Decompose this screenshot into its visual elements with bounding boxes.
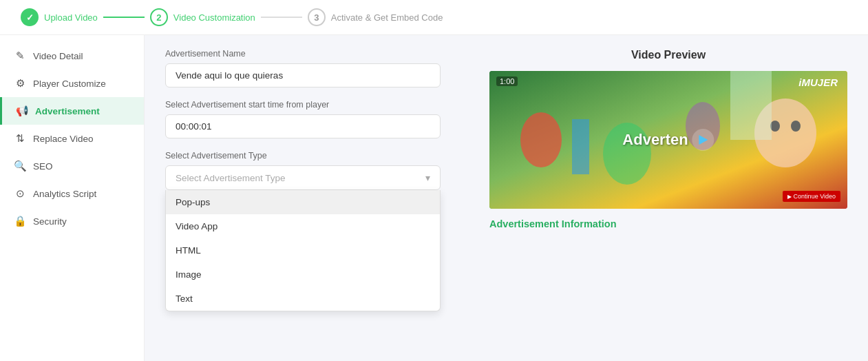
ad-type-group: Select Advertisement Type Select Adverti… [165, 151, 448, 190]
svg-rect-8 [730, 71, 772, 140]
ad-overlay-text: Adverten [622, 131, 688, 149]
sidebar-label-analytics-script: Analytics Script [33, 189, 96, 199]
step-video-customization: 2 Video Customization [150, 8, 255, 26]
svg-point-7 [791, 121, 801, 132]
dropdown-option-pop-ups[interactable]: Pop-ups [166, 190, 440, 214]
ad-name-label: Advertisement Name [165, 49, 448, 59]
sidebar: ✎ Video Detail ⚙ Player Customize 📢 Adve… [0, 35, 145, 361]
step-upload-video: ✓ Upload Video [21, 8, 98, 26]
sidebar-item-replace-video[interactable]: ⇅ Replace Video [0, 125, 144, 152]
sidebar-item-analytics-script[interactable]: ⊙ Analytics Script [0, 180, 144, 207]
dropdown-option-text[interactable]: Text [166, 287, 440, 311]
step-1-label: Upload Video [44, 12, 98, 23]
ad-type-label: Select Advertisement Type [165, 151, 448, 161]
youtube-badge: ▶ Continue Video [783, 191, 840, 202]
yt-play-icon: ▶ [787, 194, 792, 200]
ad-start-input[interactable] [165, 114, 441, 138]
sidebar-label-seo: SEO [33, 161, 53, 172]
step-2-label: Video Customization [173, 12, 255, 23]
video-logo: iMUJER [798, 76, 838, 88]
video-app-label: Video App [176, 221, 218, 231]
sidebar-item-player-customize[interactable]: ⚙ Player Customize [0, 70, 144, 97]
video-preview: 1:00 iMUJER Adverten ▶ Continue Video [489, 71, 847, 209]
ad-name-group: Advertisement Name [165, 49, 448, 87]
analytics-icon: ⊙ [14, 187, 26, 200]
sidebar-label-player-customize: Player Customize [33, 79, 106, 89]
ad-start-label: Select Advertisement start time from pla… [165, 100, 448, 110]
image-label: Image [176, 269, 202, 280]
video-timestamp: 1:00 [496, 76, 518, 86]
step-3-label: Activate & Get Embed Code [331, 12, 443, 23]
video-preview-title: Video Preview [489, 49, 847, 61]
sidebar-item-seo[interactable]: 🔍 SEO [0, 152, 144, 180]
right-panel: Video Preview [469, 35, 868, 361]
dropdown-option-video-app[interactable]: Video App [166, 214, 440, 238]
ad-info-title: Advertisement Information [489, 218, 847, 229]
stepper: ✓ Upload Video 2 Video Customization 3 A… [0, 0, 868, 35]
dropdown-option-image[interactable]: Image [166, 262, 440, 287]
ad-start-group: Select Advertisement start time from pla… [165, 100, 448, 138]
ad-type-dropdown-trigger[interactable]: Select Advertisement Type ▾ [165, 165, 441, 190]
dropdown-option-html[interactable]: HTML [166, 238, 440, 262]
ad-type-dropdown-wrapper: Select Advertisement Type ▾ Pop-ups Vide… [165, 165, 441, 190]
sidebar-label-security: Security [33, 216, 67, 227]
step-2-circle: 2 [150, 8, 168, 26]
step-activate-embed: 3 Activate & Get Embed Code [308, 8, 443, 26]
svg-point-6 [770, 121, 780, 132]
sidebar-item-advertisement[interactable]: 📢 Advertisement [0, 97, 144, 125]
edit-icon: ✎ [14, 50, 26, 62]
text-label: Text [176, 293, 193, 304]
gear-icon: ⚙ [14, 77, 26, 90]
ad-type-placeholder: Select Advertisement Type [176, 173, 286, 183]
replace-icon: ⇅ [14, 132, 26, 145]
sidebar-item-security[interactable]: 🔒 Security [0, 207, 144, 235]
search-icon: 🔍 [14, 160, 26, 172]
main-layout: ✎ Video Detail ⚙ Player Customize 📢 Adve… [0, 35, 868, 361]
yt-badge-text: Continue Video [794, 193, 836, 200]
svg-point-1 [520, 112, 562, 167]
chevron-down-icon: ▾ [425, 172, 430, 183]
sidebar-label-replace-video: Replace Video [33, 134, 94, 144]
ad-overlay: Adverten [622, 129, 714, 151]
connector-1 [103, 17, 145, 18]
sidebar-label-advertisement: Advertisement [35, 106, 100, 116]
svg-rect-2 [572, 119, 589, 174]
sidebar-item-video-detail[interactable]: ✎ Video Detail [0, 42, 144, 70]
connector-2 [261, 17, 302, 18]
step-1-circle: ✓ [21, 8, 39, 26]
sidebar-label-video-detail: Video Detail [33, 51, 83, 61]
ad-name-input[interactable] [165, 63, 441, 87]
step-3-circle: 3 [308, 8, 326, 26]
content-area: Advertisement Name Select Advertisement … [145, 35, 469, 361]
html-label: HTML [176, 245, 201, 256]
play-button-icon[interactable] [692, 129, 714, 151]
lock-icon: 🔒 [14, 215, 26, 227]
megaphone-icon: 📢 [16, 105, 28, 117]
ad-type-dropdown-menu: Pop-ups Video App HTML Image Text [165, 190, 441, 311]
pop-ups-label: Pop-ups [176, 197, 210, 207]
